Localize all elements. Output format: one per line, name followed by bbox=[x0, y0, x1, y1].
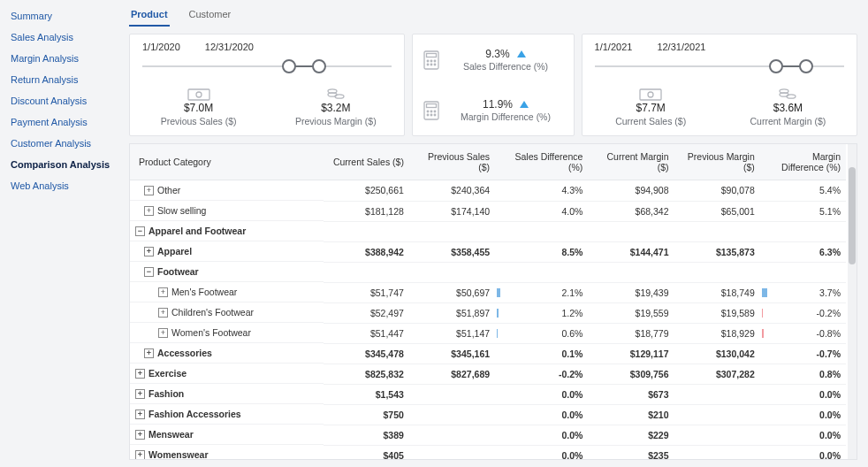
tab-bar: Product Customer bbox=[124, 0, 863, 27]
category-name: Fashion Accessories bbox=[148, 409, 241, 419]
collapse-icon[interactable]: − bbox=[135, 226, 145, 236]
table-row[interactable]: +Men's Footwear$51,747$50,6972.1%$19,439… bbox=[130, 282, 846, 302]
expand-icon[interactable]: + bbox=[144, 206, 154, 216]
table-row[interactable]: −Footwear bbox=[130, 262, 846, 282]
svg-point-22 bbox=[648, 92, 653, 97]
slider-handle-start[interactable] bbox=[282, 59, 296, 73]
expand-icon[interactable]: + bbox=[158, 287, 168, 297]
curr-margin-value: $3.6M bbox=[773, 102, 803, 114]
table-row[interactable]: +Exercise$825,832$827,689-0.2%$309,756$3… bbox=[130, 364, 846, 384]
sales-diff-value: 9.3% bbox=[485, 48, 509, 60]
prev-date-slider[interactable] bbox=[142, 54, 392, 79]
expand-icon[interactable]: + bbox=[135, 369, 145, 379]
table-row[interactable]: +Other$250,661$240,3644.3%$94,908$90,078… bbox=[130, 180, 846, 202]
table-row[interactable]: +Accessories$345,478$345,1610.1%$129,117… bbox=[130, 343, 846, 364]
table-row[interactable]: +Apparel$388,942$358,4558.5%$144,471$135… bbox=[130, 241, 846, 262]
category-name: Fashion bbox=[148, 388, 184, 399]
svg-point-16 bbox=[431, 111, 433, 112]
cash-icon bbox=[187, 86, 210, 102]
sidebar-item-summary[interactable]: Summary bbox=[11, 5, 124, 27]
svg-point-19 bbox=[431, 114, 433, 116]
tab-customer[interactable]: Customer bbox=[187, 5, 233, 27]
table-row[interactable]: +Fashion Accessories$7500.0%$2100.0% bbox=[130, 404, 846, 425]
table-row[interactable]: +Slow selling$181,128$174,1404.0%$68,342… bbox=[130, 201, 846, 221]
table-row[interactable]: +Children's Footwear$52,497$51,8971.2%$1… bbox=[130, 302, 846, 323]
table-scrollbar[interactable] bbox=[848, 144, 857, 459]
col-current-sales[interactable]: Current Sales ($) bbox=[324, 144, 409, 180]
sidebar-item-sales-analysis[interactable]: Sales Analysis bbox=[11, 27, 124, 48]
calculator-icon bbox=[423, 101, 439, 120]
expand-icon[interactable]: + bbox=[158, 328, 168, 338]
curr-sales-metric: $7.7M Current Sales ($) bbox=[582, 84, 720, 135]
col-current-margin[interactable]: Current Margin ($) bbox=[588, 144, 674, 180]
slider-handle-end[interactable] bbox=[799, 59, 813, 73]
cash-icon bbox=[639, 86, 662, 102]
curr-start-date: 1/1/2021 bbox=[595, 42, 633, 52]
table-row[interactable]: −Apparel and Footwear bbox=[130, 221, 846, 241]
category-name: Apparel bbox=[157, 246, 192, 256]
expand-icon[interactable]: + bbox=[135, 430, 145, 440]
col-previous-margin[interactable]: Previous Margin ($) bbox=[674, 144, 760, 180]
kpi-margin-diff: 11.9% Margin Difference (%) bbox=[413, 85, 573, 135]
svg-rect-14 bbox=[427, 103, 437, 107]
slider-handle-start[interactable] bbox=[769, 59, 783, 73]
prev-margin-value: $3.2M bbox=[321, 102, 350, 114]
svg-rect-21 bbox=[640, 89, 661, 100]
kpi-sales-diff: 9.3% Sales Difference (%) bbox=[413, 34, 573, 85]
category-name: Men's Footwear bbox=[171, 287, 237, 297]
collapse-icon[interactable]: − bbox=[144, 267, 154, 277]
expand-icon[interactable]: + bbox=[135, 389, 145, 399]
category-name: Menswear bbox=[148, 429, 194, 440]
curr-margin-label: Current Margin ($) bbox=[750, 116, 826, 126]
sidebar-item-payment-analysis[interactable]: Payment Analysis bbox=[11, 111, 124, 133]
curr-sales-value: $7.7M bbox=[636, 102, 665, 114]
sidebar-item-web-analysis[interactable]: Web Analysis bbox=[11, 175, 124, 196]
col-previous-sales[interactable]: Previous Sales ($) bbox=[409, 144, 495, 180]
category-name: Accessories bbox=[157, 348, 212, 358]
table-row[interactable]: +Women's Footwear$51,447$51,1470.6%$18,7… bbox=[130, 323, 846, 343]
sales-diff-label: Sales Difference (%) bbox=[463, 61, 548, 72]
col-margin-diff[interactable]: Margin Difference (%) bbox=[774, 144, 846, 180]
sidebar-item-margin-analysis[interactable]: Margin Analysis bbox=[11, 48, 124, 69]
category-name: Apparel and Footwear bbox=[148, 226, 246, 236]
slider-handle-end[interactable] bbox=[312, 59, 326, 73]
prev-sales-value: $7.0M bbox=[184, 102, 213, 114]
prev-end-date: 12/31/2020 bbox=[205, 42, 254, 52]
table-row[interactable]: +Womenswear$4050.0%$2350.0% bbox=[130, 445, 846, 459]
category-name: Exercise bbox=[148, 368, 187, 379]
prev-sales-metric: $7.0M Previous Sales ($) bbox=[130, 84, 267, 135]
expand-icon[interactable]: + bbox=[135, 410, 145, 419]
trend-up-icon bbox=[520, 101, 529, 108]
table-row[interactable]: +Fashion$1,5430.0%$6730.0% bbox=[130, 384, 846, 404]
expand-icon[interactable]: + bbox=[158, 308, 168, 318]
table-row[interactable]: +Menswear$3890.0%$2290.0% bbox=[130, 425, 846, 445]
col-sales-diff[interactable]: Sales Difference (%) bbox=[509, 144, 588, 180]
sidebar-item-return-analysis[interactable]: Return Analysis bbox=[11, 69, 124, 90]
curr-sales-label: Current Sales ($) bbox=[615, 116, 686, 126]
expand-icon[interactable]: + bbox=[144, 186, 154, 195]
svg-point-20 bbox=[435, 114, 437, 116]
sidebar-item-comparison-analysis[interactable]: Comparison Analysis bbox=[11, 154, 124, 175]
svg-point-11 bbox=[431, 64, 433, 65]
sidebar-item-discount-analysis[interactable]: Discount Analysis bbox=[11, 90, 124, 111]
expand-icon[interactable]: + bbox=[135, 450, 145, 460]
card-current-period: 1/1/2021 12/31/2021 $7.7M Current Sales … bbox=[582, 34, 857, 136]
sidebar-item-customer-analysis[interactable]: Customer Analysis bbox=[11, 133, 124, 154]
svg-point-12 bbox=[435, 64, 437, 65]
curr-margin-metric: $3.6M Current Margin ($) bbox=[720, 84, 857, 135]
curr-date-slider[interactable] bbox=[595, 54, 844, 79]
svg-point-7 bbox=[428, 60, 430, 62]
svg-point-8 bbox=[431, 60, 433, 62]
expand-icon[interactable]: + bbox=[144, 348, 154, 358]
category-name: Women's Footwear bbox=[171, 327, 251, 338]
category-name: Other bbox=[157, 185, 180, 195]
scrollbar-thumb[interactable] bbox=[849, 167, 856, 264]
svg-rect-0 bbox=[188, 89, 209, 100]
tab-product[interactable]: Product bbox=[129, 5, 170, 27]
expand-icon[interactable]: + bbox=[144, 247, 154, 256]
comparison-table: Product Category Current Sales ($) Previ… bbox=[130, 144, 846, 459]
col-category[interactable]: Product Category bbox=[130, 144, 324, 180]
sidebar-nav: SummarySales AnalysisMargin AnalysisRetu… bbox=[0, 0, 124, 467]
svg-point-10 bbox=[428, 64, 430, 65]
svg-rect-6 bbox=[427, 53, 437, 57]
